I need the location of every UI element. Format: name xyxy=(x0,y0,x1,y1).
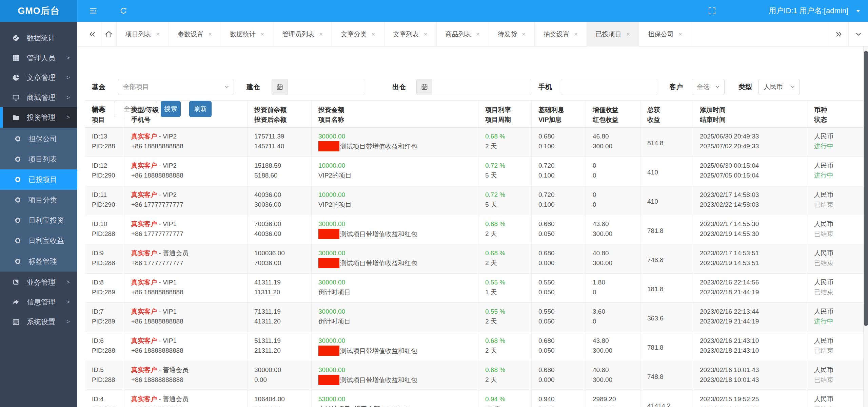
close-icon[interactable]: × xyxy=(319,31,323,37)
cell-line: 2 天 xyxy=(485,316,529,326)
close-icon[interactable]: × xyxy=(156,31,160,37)
cell-line: 2023/05/01 19:52:25 xyxy=(700,404,804,407)
cell-type: 真实客户 - 普通会员+86 17777777777 xyxy=(124,244,248,273)
sidebar-item-项目列表[interactable]: 项目列表 xyxy=(0,149,77,169)
fund-select[interactable]: 全部项目 xyxy=(118,79,234,95)
cell-line: 2 天 xyxy=(485,375,529,385)
cell-line: 测试项目带增值收益和红包 xyxy=(318,346,475,356)
tab-参数设置[interactable]: 参数设置× xyxy=(169,22,221,47)
sidebar-item-系统设置[interactable]: 系统设置> xyxy=(0,312,77,332)
tab-label: 商品列表 xyxy=(446,30,471,39)
tabs-dropdown-icon[interactable] xyxy=(848,22,868,47)
sidebar-item-担保公司[interactable]: 担保公司 xyxy=(0,129,77,149)
phone-input[interactable] xyxy=(561,79,658,95)
close-icon[interactable]: × xyxy=(424,31,428,37)
cell-amount: 30000.00测试项目带增值收益和红包 xyxy=(312,128,478,156)
cell-interest: 0.5500.050 xyxy=(532,303,586,332)
sidebar-item-已投项目[interactable]: 已投项目 xyxy=(0,169,77,190)
close-icon[interactable]: × xyxy=(476,31,480,37)
cell-time: 2023/02/17 14:53:512023/02/19 14:53:51 xyxy=(693,244,807,273)
sidebar-item-日利宝投资[interactable]: 日利宝投资 xyxy=(0,210,77,230)
customer-select[interactable]: 全选 xyxy=(692,79,725,95)
cell-line: 人民币 xyxy=(814,190,861,200)
cell-line: 11311.20 xyxy=(254,287,309,297)
tab-项目列表[interactable]: 项目列表× xyxy=(117,22,169,47)
refresh-icon[interactable] xyxy=(119,0,127,22)
tab-文章列表[interactable]: 文章列表× xyxy=(384,22,437,47)
tab-label: 文章分类 xyxy=(341,30,367,39)
sidebar-item-管理人员[interactable]: 管理人员> xyxy=(0,48,77,68)
cell-line: 添加时间 xyxy=(700,105,804,115)
sidebar-item-投资管理[interactable]: 投资管理> xyxy=(0,107,77,128)
type-select[interactable]: 人民币 xyxy=(758,79,800,95)
sidebar-item-日利宝收益[interactable]: 日利宝收益 xyxy=(0,230,77,251)
status-badge: 进行中 xyxy=(814,316,861,326)
cell-time: 2023/02/16 10:01:432023/02/18 10:01:43 xyxy=(693,361,807,390)
cell-amount: 30000.00测试项目带增值收益和红包 xyxy=(312,244,478,273)
cell-amount: 30000.00测试项目带增值收益和红包 xyxy=(312,215,478,244)
tab-文章分类[interactable]: 文章分类× xyxy=(332,22,384,47)
sidebar: 数据统计管理人员>文章管理>商城管理>投资管理>担保公司项目列表已投项目项目分类… xyxy=(0,22,77,407)
cell-line: 0 xyxy=(593,200,637,209)
sidebar-item-信息管理[interactable]: 信息管理> xyxy=(0,292,77,312)
dashboard-icon xyxy=(12,34,20,42)
type-label: 类型 xyxy=(738,79,752,95)
cell-interest: 0.6800.050 xyxy=(532,215,586,244)
scrollbar-thumb[interactable] xyxy=(864,51,868,326)
header-currency: 币种状态 xyxy=(807,101,863,127)
customer-label: 客户 xyxy=(669,79,683,95)
cell-line: 10000.00 xyxy=(318,190,475,200)
cell-line: 40.80 xyxy=(593,248,637,258)
tabs-scroll-left-icon[interactable] xyxy=(83,22,101,47)
cell-interest: 0.9400.000 xyxy=(532,390,586,407)
phone-label: 手机 xyxy=(538,79,552,95)
user-info[interactable]: 用户ID:1 用户名:[admin] xyxy=(769,0,848,22)
chevron-right-icon: > xyxy=(66,107,70,128)
home-tab-icon[interactable] xyxy=(101,22,117,47)
fullscreen-icon[interactable] xyxy=(708,0,716,22)
vertical-scrollbar[interactable] xyxy=(863,47,868,407)
tab-商品列表[interactable]: 商品列表× xyxy=(437,22,489,47)
close-icon[interactable]: × xyxy=(522,31,526,37)
close-icon[interactable]: × xyxy=(371,31,375,37)
cell-time: 2025/06/30 20:49:332025/07/02 20:49:33 xyxy=(693,128,807,156)
close-icon[interactable]: × xyxy=(260,31,264,37)
close-icon[interactable]: × xyxy=(208,31,212,37)
sidebar-item-label: 日利宝投资 xyxy=(28,210,64,230)
open-date-input[interactable] xyxy=(272,79,365,95)
close-icon[interactable]: × xyxy=(574,31,578,37)
close-icon[interactable]: × xyxy=(678,31,682,37)
cell-line: 5188.60 xyxy=(254,170,309,180)
circle-icon xyxy=(15,197,21,203)
tab-管理员列表[interactable]: 管理员列表× xyxy=(273,22,332,47)
customer-type-tag: 真实客户 xyxy=(131,308,157,315)
tabs-scroll-right-icon[interactable] xyxy=(829,22,848,47)
cell-line: 75 天 xyxy=(485,404,529,407)
total-income-value: 748.8 xyxy=(647,248,690,272)
sidebar-item-数据统计[interactable]: 数据统计 xyxy=(0,28,77,48)
menu-fold-icon[interactable] xyxy=(89,0,98,22)
sidebar-item-项目分类[interactable]: 项目分类 xyxy=(0,190,77,210)
cell-balance: 106404.0053404.00 xyxy=(248,390,312,407)
caret-down-icon[interactable] xyxy=(855,0,861,22)
sidebar-item-商城管理[interactable]: 商城管理> xyxy=(0,88,77,108)
sidebar-item-文章管理[interactable]: 文章管理> xyxy=(0,68,77,88)
sidebar-item-业务管理[interactable]: 业务管理> xyxy=(0,272,77,293)
close-date-input[interactable] xyxy=(416,79,531,95)
tab-已投项目[interactable]: 已投项目× xyxy=(587,22,639,47)
cell-income: 2989.204000.00 xyxy=(586,390,640,407)
cell-line: +86 18888888888 xyxy=(131,375,244,385)
tab-待发货[interactable]: 待发货× xyxy=(489,22,535,47)
pie-chart-icon xyxy=(12,74,20,81)
total-income-value: 410 xyxy=(647,161,690,184)
cell-interest: 0.6800.050 xyxy=(532,332,586,361)
tab-抽奖设置[interactable]: 抽奖设置× xyxy=(535,22,587,47)
status-badge: 已结束 xyxy=(814,287,861,297)
tab-数据统计[interactable]: 数据统计× xyxy=(221,22,273,47)
tab-担保公司[interactable]: 担保公司× xyxy=(639,22,691,47)
close-icon[interactable]: × xyxy=(626,31,630,37)
sidebar-item-标签管理[interactable]: 标签管理 xyxy=(0,251,77,272)
cell-line: 0.720 xyxy=(538,190,583,200)
cell-line: 106404.00 xyxy=(254,394,309,404)
cell-line: +86 18888888888 xyxy=(131,287,244,297)
